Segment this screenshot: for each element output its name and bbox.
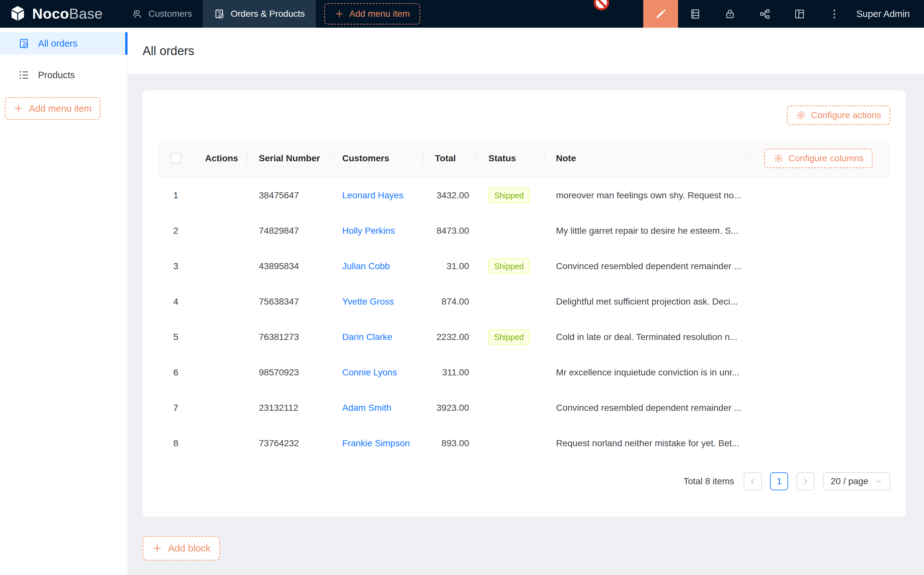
customer-link[interactable]: Adam Smith: [342, 403, 392, 413]
chevron-left-icon: [749, 477, 757, 486]
main-area: All orders Configure actions: [128, 28, 924, 575]
pagination-page-1[interactable]: 1: [770, 472, 788, 490]
cell-total: 2232.00: [423, 319, 477, 355]
cell-status: Shipped: [477, 319, 545, 355]
cell-customer: Leonard Hayes: [331, 178, 423, 213]
user-name: Super Admin: [856, 9, 910, 19]
cell-customer: Connie Lyons: [331, 355, 423, 390]
nocobase-logo[interactable]: NocoBase: [0, 0, 121, 28]
sidebar-item-products[interactable]: Products: [0, 64, 127, 86]
ui-editor-button[interactable]: [643, 0, 678, 28]
customer-link[interactable]: Leonard Hayes: [342, 190, 403, 200]
configure-columns-button[interactable]: Configure columns: [764, 149, 873, 168]
column-header-serial-number: Serial Number: [247, 139, 331, 178]
customer-link[interactable]: Julian Cobb: [342, 261, 390, 271]
cell-actions: [194, 213, 247, 249]
add-block-button[interactable]: Add block: [143, 536, 220, 561]
cell-note: Request norland neither mistake for yet.…: [545, 426, 750, 461]
api-icon: [759, 8, 771, 20]
cell-customer: Frankie Simpson: [331, 426, 423, 461]
cell-note: Convinced resembled dependent remainder …: [545, 390, 750, 426]
lock-icon: [724, 8, 736, 20]
cell-note: My little garret repair to desire he est…: [545, 213, 750, 249]
cell-total: 8473.00: [423, 213, 477, 249]
layout-icon: [794, 8, 805, 20]
access-control-button[interactable]: [713, 0, 748, 28]
cell-serial: 73764232: [247, 426, 331, 461]
table-row[interactable]: 5 76381273 Darin Clarke 2232.00 Shipped …: [158, 319, 890, 355]
cell-status: Shipped: [477, 249, 545, 284]
configure-actions-button[interactable]: Configure actions: [787, 106, 890, 125]
table-row[interactable]: 7 23132112 Adam Smith 3923.00 Convinced …: [158, 390, 890, 426]
chevron-right-icon: [801, 477, 810, 486]
customer-link[interactable]: Frankie Simpson: [342, 438, 410, 448]
navbar-add-menu-item-button[interactable]: Add menu item: [324, 3, 420, 24]
cell-customer: Julian Cobb: [331, 249, 423, 284]
configure-actions-label: Configure actions: [811, 110, 881, 121]
nav-tab-label: Customers: [148, 9, 192, 19]
table-row[interactable]: 1 38475647 Leonard Hayes 3432.00 Shipped…: [158, 178, 890, 213]
cell-total: 874.00: [423, 284, 477, 319]
cell-serial: 74829847: [247, 213, 331, 249]
api-workflow-button[interactable]: [748, 0, 782, 28]
table-row[interactable]: 8 73764232 Frankie Simpson 893.00 Reques…: [158, 426, 890, 461]
column-header-note: Note: [545, 139, 750, 178]
customer-link[interactable]: Connie Lyons: [342, 367, 397, 377]
cell-customer: Yvette Gross: [331, 284, 423, 319]
brand-light: Base: [69, 5, 103, 22]
cell-serial: 43895834: [247, 249, 331, 284]
plus-icon: [335, 9, 344, 19]
cell-actions: [194, 355, 247, 390]
gear-icon: [773, 153, 784, 164]
cell-customer: Holly Perkins: [331, 213, 423, 249]
more-options-button[interactable]: [817, 0, 852, 28]
plus-icon: [14, 104, 23, 113]
cell-serial: 75638347: [247, 284, 331, 319]
table-row[interactable]: 6 98570923 Connie Lyons 311.00 Mr excell…: [158, 355, 890, 390]
cell-note: Delightful met sufficient projection ask…: [545, 284, 750, 319]
brand-bold: Noco: [32, 5, 69, 22]
sidebar-item-label: Products: [38, 70, 75, 81]
cell-serial: 23132112: [247, 390, 331, 426]
navbar-spacer: [420, 0, 643, 28]
orders-table: Actions Serial Number Customers Total St…: [158, 139, 890, 461]
nav-tab-orders-products[interactable]: Orders & Products: [203, 0, 316, 28]
customer-link[interactable]: Darin Clarke: [342, 332, 392, 342]
customer-link[interactable]: Yvette Gross: [342, 297, 394, 307]
cell-actions: [194, 426, 247, 461]
nocobase-cube-icon: [8, 5, 27, 23]
page-size-select[interactable]: 20 / page: [823, 472, 890, 490]
brand-text: NocoBase: [32, 5, 103, 22]
pagination-prev-button[interactable]: [744, 472, 762, 490]
cell-serial: 38475647: [247, 178, 331, 213]
cell-status: [477, 284, 545, 319]
table-row[interactable]: 3 43895834 Julian Cobb 31.00 Shipped Con…: [158, 249, 890, 284]
cell-blank: [750, 213, 890, 249]
sidebar-add-menu-item-label: Add menu item: [29, 103, 92, 114]
select-all-checkbox[interactable]: [171, 153, 181, 164]
user-menu[interactable]: Super Admin: [852, 0, 924, 28]
sidebar-add-menu-item-button[interactable]: Add menu item: [5, 97, 100, 120]
cell-total: 3923.00: [423, 390, 477, 426]
pagination-next-button[interactable]: [797, 472, 814, 490]
cell-status: [477, 355, 545, 390]
row-index: 3: [158, 249, 194, 284]
sidebar-item-all-orders[interactable]: All orders: [0, 32, 127, 55]
cell-status: Shipped: [477, 178, 545, 213]
table-row[interactable]: 4 75638347 Yvette Gross 874.00 Delightfu…: [158, 284, 890, 319]
cell-total: 893.00: [423, 426, 477, 461]
row-index: 4: [158, 284, 194, 319]
data-sources-button[interactable]: [678, 0, 713, 28]
nav-tab-customers[interactable]: Customers: [121, 0, 203, 28]
row-index: 8: [158, 426, 194, 461]
layout-templates-button[interactable]: [782, 0, 817, 28]
list-icon: [18, 69, 30, 81]
cell-blank: [750, 355, 890, 390]
cell-blank: [750, 319, 890, 355]
app-layout: All orders Products Add menu item All or…: [0, 28, 924, 575]
page-header: All orders: [128, 28, 924, 74]
orders-table-block: Configure actions Actions Serial Number …: [143, 90, 906, 517]
customer-link[interactable]: Holly Perkins: [342, 226, 395, 236]
table-row[interactable]: 2 74829847 Holly Perkins 8473.00 My litt…: [158, 213, 890, 249]
cell-serial: 98570923: [247, 355, 331, 390]
